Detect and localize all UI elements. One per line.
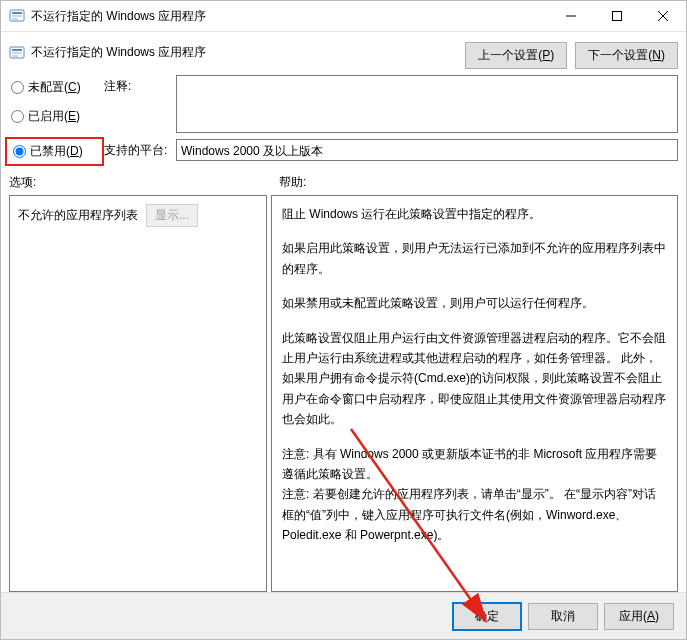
comment-textbox[interactable] — [176, 75, 678, 133]
svg-rect-10 — [12, 52, 22, 54]
radio-disabled[interactable]: 已禁用(D) — [13, 143, 96, 160]
disallowed-list-label: 不允许的应用程序列表 — [18, 207, 138, 224]
help-paragraph: 如果启用此策略设置，则用户无法运行已添加到不允许的应用程序列表中的程序。 — [282, 238, 667, 279]
titlebar: 不运行指定的 Windows 应用程序 — [1, 1, 686, 32]
radio-enabled[interactable]: 已启用(E) — [11, 108, 104, 125]
options-label: 选项: — [9, 174, 279, 191]
radio-not-configured[interactable]: 未配置(C) — [11, 79, 104, 96]
svg-rect-9 — [12, 49, 22, 51]
window-title: 不运行指定的 Windows 应用程序 — [31, 8, 206, 25]
help-paragraph: 此策略设置仅阻止用户运行由文件资源管理器进程启动的程序。它不会阻止用户运行由系统… — [282, 328, 667, 430]
state-radio-group: 未配置(C) 已启用(E) 已禁用(D) — [9, 75, 104, 166]
ok-button[interactable]: 确定 — [452, 602, 522, 631]
svg-rect-11 — [12, 55, 18, 57]
svg-rect-1 — [12, 12, 22, 14]
minimize-button[interactable] — [548, 1, 594, 31]
policy-title: 不运行指定的 Windows 应用程序 — [31, 44, 206, 61]
maximize-button[interactable] — [594, 1, 640, 31]
close-button[interactable] — [640, 1, 686, 31]
apply-button[interactable]: 应用(A) — [604, 603, 674, 630]
options-pane: 不允许的应用程序列表 显示... — [9, 195, 267, 592]
policy-icon — [9, 45, 25, 61]
settings-row: 未配置(C) 已启用(E) 已禁用(D) 注释: — [9, 75, 678, 166]
help-pane[interactable]: 阻止 Windows 运行在此策略设置中指定的程序。 如果启用此策略设置，则用户… — [271, 195, 678, 592]
app-icon — [9, 8, 25, 24]
platform-label: 支持的平台: — [104, 139, 168, 159]
next-setting-button[interactable]: 下一个设置(N) — [575, 42, 678, 69]
svg-rect-3 — [12, 18, 18, 20]
help-paragraph: 注意: 若要创建允许的应用程序列表，请单击“显示”。 在“显示内容”对话框的“值… — [282, 484, 667, 545]
help-paragraph: 注意: 具有 Windows 2000 或更新版本证书的非 Microsoft … — [282, 444, 667, 485]
comment-label: 注释: — [104, 75, 168, 95]
platform-textbox: Windows 2000 及以上版本 — [176, 139, 678, 161]
window-controls — [548, 1, 686, 31]
help-paragraph: 阻止 Windows 运行在此策略设置中指定的程序。 — [282, 204, 667, 224]
header-row: 不运行指定的 Windows 应用程序 上一个设置(P) 下一个设置(N) — [9, 40, 678, 69]
section-labels: 选项: 帮助: — [9, 174, 678, 191]
svg-rect-5 — [613, 12, 622, 21]
cancel-button[interactable]: 取消 — [528, 603, 598, 630]
dialog-footer: 确定 取消 应用(A) — [1, 592, 686, 639]
previous-setting-button[interactable]: 上一个设置(P) — [465, 42, 567, 69]
highlight-box: 已禁用(D) — [5, 137, 104, 166]
show-list-button: 显示... — [146, 204, 198, 227]
svg-rect-2 — [12, 15, 22, 17]
help-label: 帮助: — [279, 174, 306, 191]
help-paragraph: 如果禁用或未配置此策略设置，则用户可以运行任何程序。 — [282, 293, 667, 313]
dialog-window: 不运行指定的 Windows 应用程序 不运行指定的 Windows 应用程序 … — [0, 0, 687, 640]
